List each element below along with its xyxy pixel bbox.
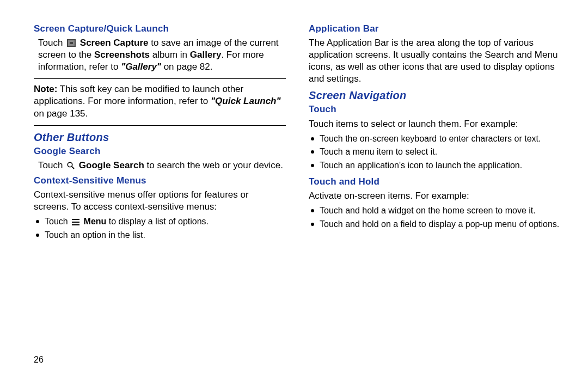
para-screen-capture: Touch Screen Capture to save an image of… xyxy=(34,37,286,73)
text: Touch xyxy=(38,160,65,170)
heading-other-buttons: Other Buttons xyxy=(34,130,286,144)
page-content: Screen Capture/Quick Launch Touch Screen… xyxy=(0,0,588,246)
text: to display a list of options. xyxy=(106,217,209,226)
svg-point-3 xyxy=(68,162,72,167)
divider xyxy=(34,125,286,126)
heading-screen-capture: Screen Capture/Quick Launch xyxy=(34,23,286,35)
svg-line-4 xyxy=(72,167,74,169)
text-bold: Google Search xyxy=(79,160,144,170)
text: to search the web or your device. xyxy=(144,160,283,170)
para-context-menus: Context-sensitive menus offer options fo… xyxy=(34,189,286,213)
list-item: Touch Menu to display a list of options. xyxy=(34,216,286,228)
divider xyxy=(34,78,286,79)
para-app-bar: The Application Bar is the area along th… xyxy=(309,37,561,85)
list-item: Touch the on-screen keyboard to enter ch… xyxy=(309,133,561,145)
text-bold: Menu xyxy=(84,217,107,226)
page-number: 26 xyxy=(34,354,44,366)
note-text: on page 135. xyxy=(34,108,88,119)
text-bold: Gallery xyxy=(190,50,222,60)
text: on page 82. xyxy=(161,62,213,72)
note-block: Note: This soft key can be modified to l… xyxy=(34,83,286,119)
heading-google-search: Google Search xyxy=(34,145,286,157)
search-icon xyxy=(66,161,75,170)
left-column: Screen Capture/Quick Launch Touch Screen… xyxy=(34,23,286,246)
heading-screen-nav: Screen Navigation xyxy=(309,88,561,102)
note-ref: "Quick Launch" xyxy=(211,96,281,106)
para-touch: Touch items to select or launch them. Fo… xyxy=(309,118,561,130)
screen-capture-icon xyxy=(66,39,76,47)
heading-touch-hold: Touch and Hold xyxy=(309,176,561,188)
list-item: Touch a menu item to select it. xyxy=(309,146,561,158)
text: Touch xyxy=(45,217,70,226)
text-ref: "Gallery" xyxy=(121,62,161,72)
svg-rect-2 xyxy=(70,42,73,44)
list-context-menus: Touch Menu to display a list of options.… xyxy=(34,216,286,241)
list-item: Touch an option in the list. xyxy=(34,230,286,241)
note-label: Note: xyxy=(34,84,57,94)
heading-app-bar: Application Bar xyxy=(309,23,561,35)
para-google-search: Touch Google Search to search the web or… xyxy=(34,160,286,171)
menu-icon xyxy=(71,218,80,226)
list-item: Touch an application's icon to launch th… xyxy=(309,160,561,171)
heading-touch: Touch xyxy=(309,103,561,115)
heading-context-menus: Context-Sensitive Menus xyxy=(34,175,286,187)
text-bold: Screen Capture xyxy=(80,38,149,48)
text: album in xyxy=(150,50,190,60)
list-item: Touch and hold a widget on the home scre… xyxy=(309,205,561,217)
text-bold: Screenshots xyxy=(94,50,150,60)
list-touch-hold: Touch and hold a widget on the home scre… xyxy=(309,205,561,230)
text: Touch xyxy=(38,38,65,48)
right-column: Application Bar The Application Bar is t… xyxy=(309,23,561,246)
list-item: Touch and hold on a field to display a p… xyxy=(309,219,561,230)
para-touch-hold: Activate on-screen items. For example: xyxy=(309,190,561,202)
list-touch: Touch the on-screen keyboard to enter ch… xyxy=(309,133,561,171)
